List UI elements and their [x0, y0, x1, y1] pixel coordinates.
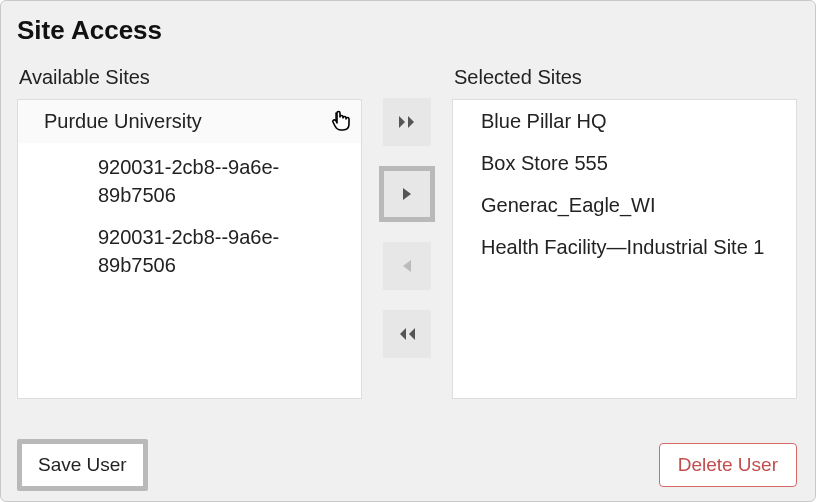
- available-column: Available Sites Purdue University 920031…: [17, 66, 362, 399]
- transfer-controls: [372, 98, 442, 399]
- double-chevron-left-icon: [397, 327, 417, 341]
- move-all-right-button[interactable]: [383, 98, 431, 146]
- pointer-cursor-icon: [327, 108, 355, 136]
- selected-row[interactable]: Health Facility—Industrial Site 1: [453, 226, 796, 268]
- available-child-row[interactable]: 920031-2cb8--9a6e-89b7506: [18, 219, 361, 283]
- available-child-text: 920031-2cb8--9a6e-89b7506: [98, 226, 279, 276]
- selected-row-text: Health Facility—Industrial Site 1: [481, 236, 764, 258]
- available-listbox[interactable]: Purdue University 920031-2cb8--9a6e-89b7…: [17, 99, 362, 399]
- available-child-row[interactable]: 920031-2cb8--9a6e-89b7506: [18, 149, 361, 213]
- selected-column: Selected Sites Blue Pillar HQ Box Store …: [452, 66, 797, 399]
- selected-row-text: Blue Pillar HQ: [481, 110, 607, 132]
- chevron-left-icon: [401, 259, 413, 273]
- available-child-text: 920031-2cb8--9a6e-89b7506: [98, 156, 279, 206]
- available-parent-text: Purdue University: [44, 110, 202, 132]
- chevron-right-icon: [401, 187, 413, 201]
- selected-row[interactable]: Blue Pillar HQ: [453, 100, 796, 142]
- save-user-button[interactable]: Save User: [17, 439, 148, 491]
- delete-user-button[interactable]: Delete User: [659, 443, 797, 487]
- move-left-button[interactable]: [383, 242, 431, 290]
- panel-title: Site Access: [17, 15, 797, 46]
- dual-list-columns: Available Sites Purdue University 920031…: [17, 66, 797, 399]
- double-chevron-right-icon: [397, 115, 417, 129]
- footer: Save User Delete User: [17, 439, 797, 491]
- available-parent-row[interactable]: Purdue University: [18, 100, 361, 143]
- site-access-panel: Site Access Available Sites Purdue Unive…: [0, 0, 816, 502]
- move-all-left-button[interactable]: [383, 310, 431, 358]
- move-right-button[interactable]: [379, 166, 435, 222]
- selected-row-text: Box Store 555: [481, 152, 608, 174]
- selected-row[interactable]: Generac_Eagle_WI: [453, 184, 796, 226]
- selected-listbox[interactable]: Blue Pillar HQ Box Store 555 Generac_Eag…: [452, 99, 797, 399]
- selected-label: Selected Sites: [452, 66, 797, 89]
- selected-row[interactable]: Box Store 555: [453, 142, 796, 184]
- selected-row-text: Generac_Eagle_WI: [481, 194, 656, 216]
- available-label: Available Sites: [17, 66, 362, 89]
